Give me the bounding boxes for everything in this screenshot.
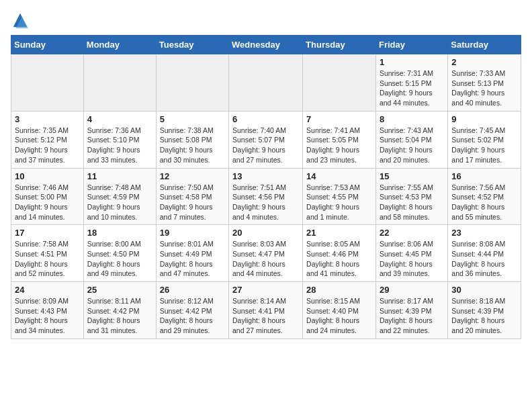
day-info: Sunrise: 7:33 AM Sunset: 5:13 PM Dayligh… xyxy=(451,68,517,108)
calendar-week-row: 3Sunrise: 7:35 AM Sunset: 5:12 PM Daylig… xyxy=(11,111,521,168)
calendar-cell: 15Sunrise: 7:55 AM Sunset: 4:53 PM Dayli… xyxy=(375,168,447,225)
day-number: 23 xyxy=(451,228,517,238)
day-number: 5 xyxy=(160,114,225,124)
calendar-cell: 27Sunrise: 8:14 AM Sunset: 4:41 PM Dayli… xyxy=(229,282,303,339)
day-info: Sunrise: 7:46 AM Sunset: 5:00 PM Dayligh… xyxy=(15,183,80,222)
day-info: Sunrise: 7:45 AM Sunset: 5:02 PM Dayligh… xyxy=(451,126,517,165)
day-number: 14 xyxy=(306,171,372,181)
day-number: 24 xyxy=(15,285,80,295)
day-info: Sunrise: 8:08 AM Sunset: 4:44 PM Dayligh… xyxy=(451,239,517,279)
day-number: 28 xyxy=(306,285,372,295)
calendar-cell: 21Sunrise: 8:05 AM Sunset: 4:46 PM Dayli… xyxy=(303,225,376,282)
day-info: Sunrise: 7:48 AM Sunset: 4:59 PM Dayligh… xyxy=(87,183,152,222)
day-number: 29 xyxy=(380,285,444,295)
day-number: 4 xyxy=(87,114,152,124)
day-info: Sunrise: 8:14 AM Sunset: 4:41 PM Dayligh… xyxy=(232,296,299,336)
day-info: Sunrise: 7:31 AM Sunset: 5:15 PM Dayligh… xyxy=(380,68,444,108)
calendar-cell: 9Sunrise: 7:45 AM Sunset: 5:02 PM Daylig… xyxy=(448,111,521,168)
day-number: 25 xyxy=(87,285,152,295)
day-header-saturday: Saturday xyxy=(448,36,521,54)
calendar-cell: 28Sunrise: 8:15 AM Sunset: 4:40 PM Dayli… xyxy=(303,282,376,339)
day-number: 12 xyxy=(160,171,225,181)
day-info: Sunrise: 8:00 AM Sunset: 4:50 PM Dayligh… xyxy=(87,239,152,279)
calendar-cell: 16Sunrise: 7:56 AM Sunset: 4:52 PM Dayli… xyxy=(448,168,521,225)
calendar-cell: 23Sunrise: 8:08 AM Sunset: 4:44 PM Dayli… xyxy=(448,225,521,282)
day-info: Sunrise: 7:56 AM Sunset: 4:52 PM Dayligh… xyxy=(451,183,517,222)
calendar-week-row: 24Sunrise: 8:09 AM Sunset: 4:43 PM Dayli… xyxy=(11,282,521,339)
logo xyxy=(11,11,32,30)
calendar-cell: 17Sunrise: 7:58 AM Sunset: 4:51 PM Dayli… xyxy=(11,225,84,282)
day-header-friday: Friday xyxy=(375,36,447,54)
day-info: Sunrise: 7:53 AM Sunset: 4:55 PM Dayligh… xyxy=(306,183,372,222)
calendar: SundayMondayTuesdayWednesdayThursdayFrid… xyxy=(11,35,521,339)
calendar-cell: 19Sunrise: 8:01 AM Sunset: 4:49 PM Dayli… xyxy=(156,225,228,282)
day-info: Sunrise: 8:11 AM Sunset: 4:42 PM Dayligh… xyxy=(87,296,152,336)
calendar-cell: 30Sunrise: 8:18 AM Sunset: 4:39 PM Dayli… xyxy=(448,282,521,339)
calendar-week-row: 17Sunrise: 7:58 AM Sunset: 4:51 PM Dayli… xyxy=(11,225,521,282)
day-number: 21 xyxy=(306,228,372,238)
calendar-cell: 3Sunrise: 7:35 AM Sunset: 5:12 PM Daylig… xyxy=(11,111,84,168)
calendar-cell xyxy=(229,54,303,111)
calendar-cell: 2Sunrise: 7:33 AM Sunset: 5:13 PM Daylig… xyxy=(448,54,521,111)
calendar-cell: 26Sunrise: 8:12 AM Sunset: 4:42 PM Dayli… xyxy=(156,282,228,339)
calendar-cell: 5Sunrise: 7:38 AM Sunset: 5:08 PM Daylig… xyxy=(156,111,228,168)
day-info: Sunrise: 8:06 AM Sunset: 4:45 PM Dayligh… xyxy=(380,239,444,279)
calendar-cell: 4Sunrise: 7:36 AM Sunset: 5:10 PM Daylig… xyxy=(83,111,156,168)
day-info: Sunrise: 7:58 AM Sunset: 4:51 PM Dayligh… xyxy=(15,239,80,279)
day-header-tuesday: Tuesday xyxy=(156,36,228,54)
day-info: Sunrise: 8:01 AM Sunset: 4:49 PM Dayligh… xyxy=(160,239,225,279)
calendar-cell xyxy=(11,54,84,111)
calendar-cell: 25Sunrise: 8:11 AM Sunset: 4:42 PM Dayli… xyxy=(83,282,156,339)
day-number: 9 xyxy=(451,114,517,124)
calendar-cell: 18Sunrise: 8:00 AM Sunset: 4:50 PM Dayli… xyxy=(83,225,156,282)
day-header-monday: Monday xyxy=(83,36,156,54)
calendar-cell: 13Sunrise: 7:51 AM Sunset: 4:56 PM Dayli… xyxy=(229,168,303,225)
calendar-cell: 8Sunrise: 7:43 AM Sunset: 5:04 PM Daylig… xyxy=(375,111,447,168)
calendar-cell: 20Sunrise: 8:03 AM Sunset: 4:47 PM Dayli… xyxy=(229,225,303,282)
header xyxy=(11,11,521,30)
calendar-cell: 10Sunrise: 7:46 AM Sunset: 5:00 PM Dayli… xyxy=(11,168,84,225)
day-info: Sunrise: 8:12 AM Sunset: 4:42 PM Dayligh… xyxy=(160,296,225,336)
day-info: Sunrise: 7:43 AM Sunset: 5:04 PM Dayligh… xyxy=(380,126,444,165)
day-number: 15 xyxy=(380,171,444,181)
day-info: Sunrise: 7:35 AM Sunset: 5:12 PM Dayligh… xyxy=(15,126,80,165)
calendar-header-row: SundayMondayTuesdayWednesdayThursdayFrid… xyxy=(11,36,521,54)
logo-icon xyxy=(11,11,30,30)
day-number: 20 xyxy=(232,228,299,238)
calendar-cell: 22Sunrise: 8:06 AM Sunset: 4:45 PM Dayli… xyxy=(375,225,447,282)
day-number: 27 xyxy=(232,285,299,295)
day-info: Sunrise: 8:17 AM Sunset: 4:39 PM Dayligh… xyxy=(380,296,444,336)
day-info: Sunrise: 7:51 AM Sunset: 4:56 PM Dayligh… xyxy=(232,183,299,222)
calendar-week-row: 10Sunrise: 7:46 AM Sunset: 5:00 PM Dayli… xyxy=(11,168,521,225)
day-number: 11 xyxy=(87,171,152,181)
day-number: 2 xyxy=(451,57,517,67)
day-info: Sunrise: 8:05 AM Sunset: 4:46 PM Dayligh… xyxy=(306,239,372,279)
day-number: 19 xyxy=(160,228,225,238)
day-number: 16 xyxy=(451,171,517,181)
day-info: Sunrise: 8:15 AM Sunset: 4:40 PM Dayligh… xyxy=(306,296,372,336)
day-info: Sunrise: 7:55 AM Sunset: 4:53 PM Dayligh… xyxy=(380,183,444,222)
calendar-cell: 7Sunrise: 7:41 AM Sunset: 5:05 PM Daylig… xyxy=(303,111,376,168)
day-info: Sunrise: 8:03 AM Sunset: 4:47 PM Dayligh… xyxy=(232,239,299,279)
day-number: 13 xyxy=(232,171,299,181)
calendar-week-row: 1Sunrise: 7:31 AM Sunset: 5:15 PM Daylig… xyxy=(11,54,521,111)
day-number: 22 xyxy=(380,228,444,238)
calendar-cell: 29Sunrise: 8:17 AM Sunset: 4:39 PM Dayli… xyxy=(375,282,447,339)
calendar-cell xyxy=(156,54,228,111)
calendar-cell: 24Sunrise: 8:09 AM Sunset: 4:43 PM Dayli… xyxy=(11,282,84,339)
day-info: Sunrise: 7:40 AM Sunset: 5:07 PM Dayligh… xyxy=(232,126,299,165)
calendar-cell: 6Sunrise: 7:40 AM Sunset: 5:07 PM Daylig… xyxy=(229,111,303,168)
day-number: 30 xyxy=(451,285,517,295)
day-header-thursday: Thursday xyxy=(303,36,376,54)
day-number: 1 xyxy=(380,57,444,67)
day-number: 8 xyxy=(380,114,444,124)
day-info: Sunrise: 7:41 AM Sunset: 5:05 PM Dayligh… xyxy=(306,126,372,165)
calendar-cell xyxy=(83,54,156,111)
day-info: Sunrise: 7:36 AM Sunset: 5:10 PM Dayligh… xyxy=(87,126,152,165)
day-header-sunday: Sunday xyxy=(11,36,84,54)
day-number: 3 xyxy=(15,114,80,124)
day-info: Sunrise: 7:38 AM Sunset: 5:08 PM Dayligh… xyxy=(160,126,225,165)
day-info: Sunrise: 8:09 AM Sunset: 4:43 PM Dayligh… xyxy=(15,296,80,336)
calendar-cell: 1Sunrise: 7:31 AM Sunset: 5:15 PM Daylig… xyxy=(375,54,447,111)
day-number: 10 xyxy=(15,171,80,181)
